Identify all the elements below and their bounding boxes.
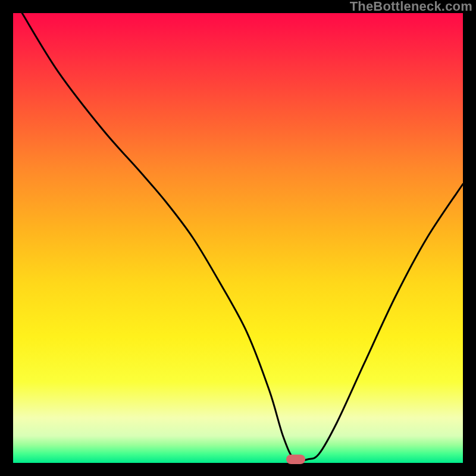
curve-path xyxy=(22,13,463,461)
watermark-text: TheBottleneck.com xyxy=(350,0,472,13)
chart-root: TheBottleneck.com xyxy=(0,0,476,476)
bottleneck-curve xyxy=(13,13,463,463)
minimum-marker xyxy=(286,455,305,464)
